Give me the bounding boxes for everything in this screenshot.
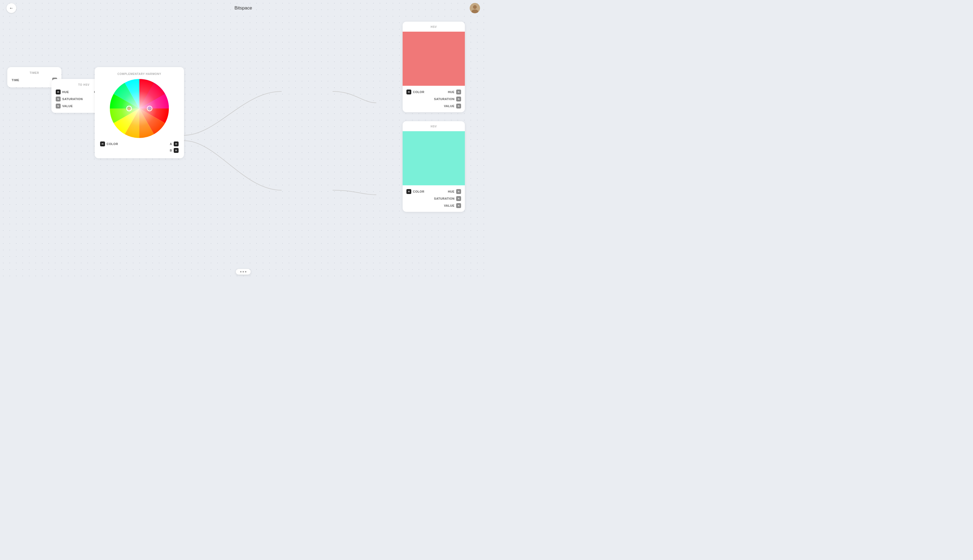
harmony-node: COMPLEMENTARY HARMONY [95, 67, 184, 158]
color-wheel-container[interactable] [110, 79, 169, 138]
harmony-b-badge[interactable]: H [174, 148, 178, 153]
hsv-bottom-hue-label: HUE [448, 190, 455, 193]
hsv-bottom-hue-badge[interactable]: N [456, 189, 461, 194]
hsv-bottom-sat-badge[interactable]: N [456, 196, 461, 201]
hsv-top-hue-badge[interactable]: N [456, 90, 461, 94]
toolbar-dot-2 [243, 271, 244, 272]
hsv-bottom-sat-label: SATURATION [434, 197, 455, 200]
tohsv-val-label: VALUE [62, 105, 73, 108]
svg-point-1 [473, 5, 477, 9]
harmony-title: COMPLEMENTARY HARMONY [100, 73, 178, 75]
back-icon: ← [9, 6, 13, 10]
hsv-top-color-label: COLOR [413, 90, 424, 93]
svg-point-4 [110, 79, 169, 138]
tohsv-hue-badge-left[interactable]: H [56, 90, 61, 94]
hsv-bottom-color-badge[interactable]: H [407, 189, 411, 194]
hsv-bottom-color-label: COLOR [413, 190, 424, 193]
back-button[interactable]: ← [7, 3, 16, 13]
harmony-b-label: B [170, 149, 172, 152]
hsv-top-preview [403, 32, 465, 86]
hsv-top-sat-label: SATURATION [434, 97, 455, 101]
color-wheel [110, 79, 169, 138]
toolbar-dot-1 [240, 271, 242, 272]
tohsv-sat-label: SATURATION [62, 97, 83, 101]
hsv-bottom-val-badge[interactable]: N [456, 203, 461, 208]
hsv-bottom-val-label: VALUE [444, 204, 455, 207]
hsv-top-hue-label: HUE [448, 90, 455, 93]
hsv-bottom-node: HSV H COLOR HUE N SATURATION N [403, 121, 465, 212]
avatar[interactable] [470, 3, 480, 13]
harmony-a-label: A [170, 142, 172, 145]
harmony-color-badge[interactable]: H [100, 142, 105, 147]
hsv-bottom-preview [403, 131, 465, 185]
toolbar-dot-3 [245, 271, 247, 272]
tohsv-hue-label: HUE [62, 90, 69, 93]
hsv-top-sat-badge[interactable]: N [456, 97, 461, 102]
hsv-top-node: HSV H COLOR HUE N SATURATION N [403, 22, 465, 112]
hsv-top-title: HSV [403, 22, 465, 28]
tohsv-val-badge[interactable]: N [56, 103, 61, 108]
toolbar [236, 269, 251, 275]
svg-point-8 [148, 107, 151, 110]
harmony-color-label: COLOR [107, 142, 118, 145]
header: ← Bitspace [0, 0, 486, 16]
hsv-top-val-badge[interactable]: N [456, 103, 461, 108]
svg-point-6 [127, 107, 131, 110]
app-title: Bitspace [234, 5, 252, 11]
hsv-top-color-badge[interactable]: H [407, 90, 411, 94]
tohsv-sat-badge[interactable]: N [56, 97, 61, 102]
hsv-top-val-label: VALUE [444, 105, 455, 108]
timer-node-title: TIMER [12, 72, 57, 74]
timer-time-label: TIME [12, 78, 19, 82]
harmony-a-badge[interactable]: H [174, 142, 178, 147]
hsv-bottom-title: HSV [403, 121, 465, 128]
